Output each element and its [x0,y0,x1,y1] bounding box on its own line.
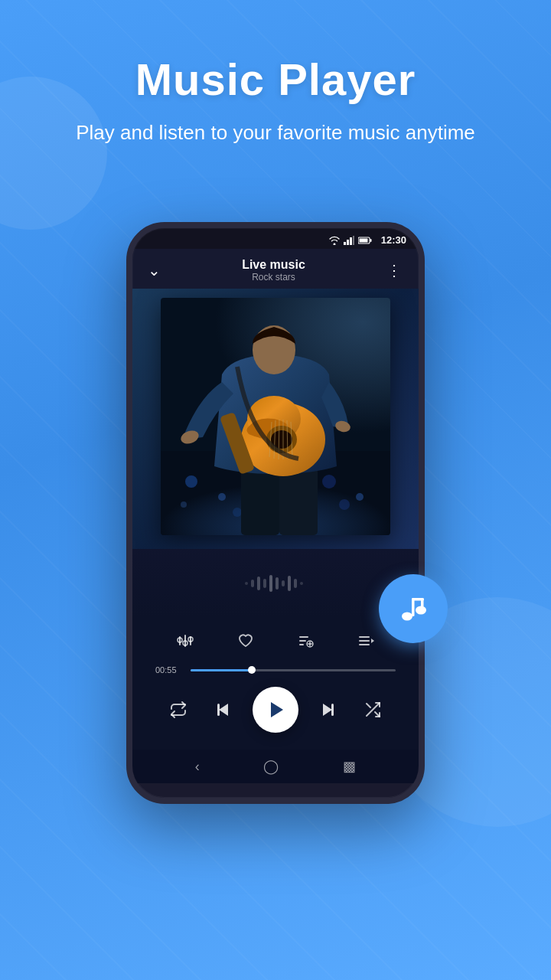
repeat-icon [169,701,187,719]
wifi-icon [329,236,340,245]
progress-track[interactable] [191,669,396,671]
svg-rect-39 [263,579,266,588]
battery-icon [358,236,372,245]
playback-controls [148,681,403,742]
menu-nav-button[interactable]: ▩ [343,758,356,775]
favorite-button[interactable] [232,627,259,655]
album-art-image [161,298,390,535]
controls-section: 00:55 [132,618,419,750]
collapse-button[interactable]: ⌄ [148,261,161,279]
svg-rect-52 [299,636,308,638]
svg-marker-64 [271,702,283,717]
app-title: Music Player [0,54,551,105]
svg-rect-53 [299,640,306,642]
equalizer-button[interactable] [171,627,199,655]
svg-marker-65 [323,704,332,716]
svg-rect-21 [279,466,318,535]
progress-section: 00:55 [148,662,403,681]
queue-icon [357,632,374,649]
signal-icon [344,236,354,245]
svg-rect-20 [241,466,279,535]
previous-button[interactable] [207,693,240,727]
svg-rect-36 [245,582,248,585]
equalizer-icon [177,632,194,649]
status-time: 12:30 [381,234,406,246]
app-subtitle: Play and listen to your favorite music a… [0,119,551,146]
action-buttons-row [148,618,403,662]
svg-rect-41 [276,577,279,590]
svg-rect-63 [217,704,220,716]
song-artist: Rock stars [242,272,305,283]
blur-transition [132,549,419,618]
phone-screen: 12:30 ⌄ Live music Rock stars ⋮ [126,222,425,804]
svg-rect-59 [359,640,370,642]
svg-rect-6 [359,238,367,242]
svg-rect-45 [300,582,303,585]
header-section: Music Player Play and listen to your fav… [0,0,551,146]
phone-mockup: 12:30 ⌄ Live music Rock stars ⋮ [126,222,425,804]
repeat-button[interactable] [161,693,195,727]
back-nav-button[interactable]: ‹ [195,759,200,775]
guitar-player-artwork [161,298,390,535]
svg-point-14 [322,475,336,488]
next-icon [317,699,338,720]
svg-rect-37 [251,580,254,587]
svg-point-17 [233,508,242,517]
shuffle-icon [364,701,382,719]
album-art-section [132,289,419,549]
svg-point-19 [339,499,350,510]
svg-rect-1 [347,240,349,245]
floating-music-button[interactable] [379,574,448,643]
status-icons [329,236,372,245]
svg-rect-43 [288,576,291,591]
svg-point-10 [185,475,197,488]
queue-button[interactable] [352,627,380,655]
svg-marker-61 [371,639,374,643]
play-pause-button[interactable] [253,687,298,733]
add-playlist-icon [297,632,314,649]
more-options-button[interactable]: ⋮ [386,261,403,279]
svg-rect-0 [344,242,346,245]
svg-rect-71 [421,598,424,610]
add-to-playlist-button[interactable] [292,627,319,655]
next-button[interactable] [311,693,344,727]
svg-point-16 [181,501,187,508]
shuffle-button[interactable] [356,693,390,727]
svg-rect-38 [257,577,260,590]
android-nav-bar: ‹ ◯ ▩ [132,750,419,783]
current-time: 00:55 [155,665,183,675]
svg-point-67 [402,612,412,621]
svg-rect-58 [359,636,370,638]
progress-thumb [248,666,256,674]
svg-rect-54 [299,644,304,645]
svg-rect-68 [412,598,415,616]
svg-rect-60 [359,644,370,645]
home-nav-button[interactable]: ◯ [263,758,279,775]
svg-point-15 [356,493,364,501]
song-title: Live music [242,258,305,272]
svg-rect-3 [353,236,354,245]
svg-rect-42 [282,580,285,586]
waveform-decoration [245,572,306,595]
player-top-bar: ⌄ Live music Rock stars ⋮ [132,249,419,289]
play-icon [265,699,286,720]
svg-marker-62 [219,704,228,716]
status-bar: 12:30 [132,228,419,249]
progress-fill [191,669,252,671]
svg-rect-44 [294,579,297,588]
music-note-icon [396,592,430,626]
progress-bar-container: 00:55 [155,665,396,675]
song-info: Live music Rock stars [242,258,305,283]
svg-rect-66 [331,704,334,716]
svg-rect-5 [370,239,371,242]
svg-point-11 [218,493,226,501]
prev-icon [213,699,234,720]
svg-rect-40 [269,575,272,592]
heart-icon [237,632,254,649]
svg-rect-2 [350,237,352,245]
